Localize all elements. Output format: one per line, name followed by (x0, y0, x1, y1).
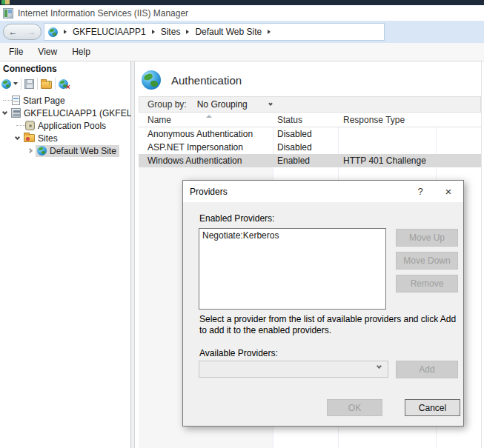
iis-logo-icon (3, 8, 13, 19)
list-item[interactable]: Negotiate:Kerberos (199, 229, 385, 242)
background-icon-fragment (1, 0, 10, 4)
ok-button[interactable]: OK (327, 399, 382, 416)
server-icon (11, 108, 21, 118)
connections-tree: Start Page GKFELUCIAAPP1 (GKFELUCIA Appl… (0, 94, 131, 157)
breadcrumb: GKFELUCIAAPP1 Sites Default Web Site (44, 23, 385, 41)
iis-manager-window: Internet Information Services (IIS) Mana… (0, 0, 484, 448)
list-header: Name Status Response Type (139, 113, 481, 127)
forward-arrow-icon[interactable]: → (27, 27, 36, 37)
chevron-down-icon (268, 101, 273, 106)
tree-connector (3, 100, 12, 101)
authentication-feature-icon (142, 70, 161, 90)
tree-item-start-page[interactable]: Start Page (0, 94, 131, 107)
tree-item-sites[interactable]: Sites (0, 132, 131, 144)
selected-tree-item[interactable]: Default Web Site (36, 145, 119, 157)
menu-file[interactable]: File (1, 47, 30, 57)
instruction-text: Select a provider from the list of avail… (199, 314, 460, 336)
column-header-name[interactable]: Name (147, 115, 171, 125)
breadcrumb-item-default-web-site[interactable]: Default Web Site (195, 27, 262, 37)
available-providers-label: Available Providers: (199, 348, 278, 358)
menu-view[interactable]: View (30, 47, 64, 57)
connections-header: Connections (3, 64, 57, 74)
back-arrow-icon[interactable]: ← (9, 27, 18, 37)
chevron-down-icon (377, 364, 382, 369)
toolbar-separator (21, 78, 21, 90)
breadcrumb-arrow-icon (152, 30, 155, 34)
column-header-status[interactable]: Status (277, 115, 302, 125)
tree-item-default-web-site[interactable]: Default Web Site (0, 144, 131, 157)
connections-toolbar: × (1, 76, 68, 92)
group-by-label: Group by: (147, 99, 187, 110)
breadcrumb-arrow-icon (186, 30, 189, 34)
move-down-button[interactable]: Move Down (396, 252, 458, 270)
chevron-right-icon[interactable] (27, 148, 33, 153)
nav-buttons: ← → (3, 24, 42, 40)
breadcrumb-arrow-icon (64, 30, 67, 34)
delete-connection-icon[interactable]: × (59, 79, 68, 89)
available-providers-dropdown[interactable] (199, 361, 388, 378)
cancel-button[interactable]: Cancel (405, 399, 460, 416)
group-by-dropdown[interactable]: No Grouping (197, 99, 275, 110)
enabled-providers-label: Enabled Providers: (199, 213, 274, 224)
menu-help[interactable]: Help (64, 47, 98, 57)
table-row-selected[interactable]: Windows Authentication Enabled HTTP 401 … (139, 154, 481, 167)
connections-panel: Connections × Start Page GKFELUCIAAPP1 (… (0, 61, 131, 448)
table-row[interactable]: ASP.NET Impersonation Disabled (139, 141, 481, 154)
tree-connector (16, 125, 25, 126)
tree-item-server[interactable]: GKFELUCIAAPP1 (GKFELUCIA (0, 107, 131, 119)
chevron-down-icon[interactable] (2, 109, 7, 114)
enabled-providers-list[interactable]: Negotiate:Kerberos (199, 228, 386, 310)
save-connections-icon[interactable] (24, 79, 34, 89)
providers-dialog: Providers ? × Enabled Providers: Negotia… (182, 180, 464, 427)
dialog-title: Providers (190, 187, 228, 197)
close-icon[interactable]: × (437, 181, 460, 201)
window-title: Internet Information Services (IIS) Mana… (18, 8, 188, 19)
tree-item-application-pools[interactable]: Application Pools (0, 119, 131, 132)
add-button[interactable]: Add (396, 361, 458, 378)
toolbar-separator (55, 78, 56, 90)
menu-bar: File View Help (0, 43, 484, 61)
background-window-strip (0, 0, 484, 5)
address-bar: ← → GKFELUCIAAPP1 Sites Default Web Site (0, 21, 484, 43)
site-globe-icon (48, 27, 58, 37)
breadcrumb-item-server[interactable]: GKFELUCIAAPP1 (73, 27, 146, 37)
connect-folder-icon[interactable] (41, 81, 52, 89)
breadcrumb-arrow-icon (268, 30, 271, 34)
application-pools-icon (25, 121, 35, 130)
globe-icon (37, 146, 47, 156)
start-page-icon (12, 96, 20, 105)
group-by-bar: Group by: No Grouping (139, 96, 481, 113)
chevron-down-icon[interactable] (15, 134, 20, 139)
sites-folder-icon (24, 134, 35, 142)
remove-button[interactable]: Remove (396, 275, 458, 292)
panel-edge-line (481, 61, 482, 448)
sort-ascending-icon (206, 115, 212, 118)
feature-header: Authentication (142, 70, 242, 90)
move-up-button[interactable]: Move Up (396, 229, 458, 247)
chevron-down-icon[interactable] (13, 82, 18, 85)
help-button[interactable]: ? (408, 181, 432, 201)
create-connection-icon[interactable] (1, 79, 11, 89)
table-row[interactable]: Anonymous Authentication Disabled (139, 127, 481, 141)
column-header-response-type[interactable]: Response Type (343, 115, 405, 125)
toolbar-separator (37, 78, 38, 90)
breadcrumb-item-sites[interactable]: Sites (161, 27, 181, 37)
page-title: Authentication (171, 74, 242, 87)
window-titlebar: Internet Information Services (IIS) Mana… (0, 5, 484, 21)
